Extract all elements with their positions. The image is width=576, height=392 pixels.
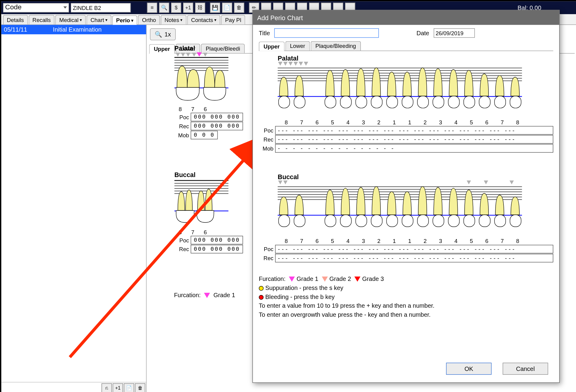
grade1-triangle-icon bbox=[204, 293, 210, 298]
svg-rect-17 bbox=[294, 215, 305, 227]
poc-label: Poc bbox=[175, 237, 189, 243]
svg-rect-8 bbox=[402, 96, 413, 108]
svg-rect-27 bbox=[464, 215, 475, 227]
toolbar-btn-save[interactable]: 💾 bbox=[210, 3, 220, 13]
poc-values[interactable]: 000 000 000 bbox=[191, 113, 243, 121]
furc-marker-icon bbox=[203, 53, 207, 57]
svg-rect-10 bbox=[433, 96, 444, 108]
modal-subtab-upper[interactable]: Upper bbox=[259, 42, 284, 51]
split-icon: ⎌ bbox=[105, 385, 108, 390]
poc-values-buccal[interactable]: 000 000 000 bbox=[191, 236, 243, 244]
modal-poc-buccal[interactable]: --- --- --- --- --- --- --- --- --- --- … bbox=[275, 245, 553, 253]
ok-button[interactable]: OK bbox=[446, 363, 491, 375]
rec-values-buccal[interactable]: 000 000 000 bbox=[191, 245, 243, 253]
svg-rect-20 bbox=[356, 215, 367, 227]
svg-rect-13 bbox=[479, 96, 490, 108]
toolbar-btn-link[interactable]: ⛓ bbox=[195, 3, 205, 13]
furc-marker-icon bbox=[176, 53, 180, 57]
modal-rec-palatal[interactable]: --- --- --- --- --- --- --- --- --- --- … bbox=[275, 135, 553, 144]
tab-notes[interactable]: Notes▾ bbox=[161, 15, 186, 24]
subtab-upper[interactable]: Upper bbox=[149, 44, 175, 54]
rec-label: Rec bbox=[175, 123, 189, 129]
tab-pay[interactable]: Pay Pl bbox=[221, 15, 245, 24]
modal-buccal-heading: Buccal bbox=[278, 173, 553, 180]
svg-rect-2 bbox=[294, 96, 305, 108]
svg-rect-19 bbox=[340, 215, 351, 227]
tab-medical[interactable]: Medical▾ bbox=[55, 15, 86, 24]
svg-rect-30 bbox=[510, 215, 521, 227]
chevron-down-icon: ▾ bbox=[131, 18, 133, 23]
list-icon: ≡ bbox=[151, 5, 154, 11]
modal-subtab-plaque[interactable]: Plaque/Bleeding bbox=[311, 41, 361, 51]
furc-grade1-icon bbox=[197, 52, 202, 57]
buccal-heading: Buccal bbox=[175, 171, 258, 178]
tab-details[interactable]: Details bbox=[3, 15, 28, 24]
add-perio-chart-dialog: Add Perio Chart Title Date Upper Lower P… bbox=[252, 10, 560, 383]
tab-chart[interactable]: Chart▾ bbox=[87, 15, 111, 24]
tab-recalls[interactable]: Recalls bbox=[29, 15, 54, 24]
zoom-control[interactable]: 🔍 1x bbox=[150, 28, 175, 40]
mob-label: Mob bbox=[175, 132, 189, 138]
tab-perio[interactable]: Perio▾ bbox=[112, 15, 137, 25]
modal-poc-palatal[interactable]: --- --- --- --- --- --- --- --- --- --- … bbox=[275, 126, 553, 135]
svg-rect-23 bbox=[402, 215, 413, 227]
help-text-1: To enter a value from 10 to 19 press the… bbox=[259, 301, 553, 310]
chevron-down-icon bbox=[63, 6, 67, 8]
modal-palatal-heading: Palatal bbox=[278, 54, 553, 62]
exam-date: 05/11/11 bbox=[4, 26, 27, 33]
svg-rect-12 bbox=[464, 96, 475, 108]
trash-icon: 🗑 bbox=[237, 5, 242, 11]
tab-contacts[interactable]: Contacts▾ bbox=[187, 15, 220, 24]
svg-rect-16 bbox=[279, 215, 290, 227]
svg-rect-18 bbox=[325, 215, 336, 227]
search-icon: 🔍 bbox=[161, 5, 167, 11]
svg-rect-1 bbox=[279, 96, 290, 108]
toolbar-btn-delete[interactable]: 🗑 bbox=[234, 3, 244, 13]
patient-name-input[interactable] bbox=[71, 3, 131, 12]
bottom-btn-copy[interactable]: 📄 bbox=[124, 383, 134, 392]
rec-values[interactable]: 000 000 000 bbox=[191, 122, 243, 130]
tooth-numbers: 8765432112345678 bbox=[278, 119, 553, 126]
svg-rect-9 bbox=[417, 96, 429, 108]
modal-subtab-lower[interactable]: Lower bbox=[285, 41, 310, 51]
palatal-teeth-chart bbox=[278, 63, 522, 118]
cancel-button[interactable]: Cancel bbox=[503, 363, 548, 375]
dollar-icon: $ bbox=[175, 5, 178, 11]
palatal-heading: Palatal bbox=[175, 45, 258, 52]
bottom-btn-plusone[interactable]: +1 bbox=[113, 383, 123, 392]
code-dropdown[interactable]: Code bbox=[3, 3, 69, 12]
grade3-triangle-icon bbox=[355, 277, 361, 282]
svg-rect-5 bbox=[356, 96, 367, 108]
date-input[interactable] bbox=[433, 28, 475, 38]
chevron-down-icon: ▾ bbox=[105, 17, 107, 22]
toolbar-btn-copy[interactable]: 📄 bbox=[222, 3, 232, 13]
code-dropdown-label: Code bbox=[5, 3, 21, 11]
help-text-2: To enter an overgrowth value press the -… bbox=[259, 310, 553, 319]
svg-rect-3 bbox=[325, 96, 336, 108]
modal-mob-palatal[interactable]: - - - - - - - - - - - - - - - - bbox=[275, 144, 553, 152]
svg-rect-21 bbox=[371, 215, 382, 227]
svg-rect-25 bbox=[433, 215, 444, 227]
tab-ortho[interactable]: Ortho bbox=[138, 15, 160, 24]
exam-list-item[interactable]: 05/11/11 Initial Examination bbox=[1, 25, 146, 34]
plus-one-icon: +1 bbox=[185, 5, 191, 11]
grade1-triangle-icon bbox=[289, 277, 295, 282]
toolbar-btn-list[interactable]: ≡ bbox=[147, 3, 157, 13]
copy-icon: 📄 bbox=[224, 5, 230, 11]
svg-rect-11 bbox=[448, 96, 460, 108]
modal-mob-label: Mob bbox=[259, 145, 273, 151]
toolbar-btn-dollar[interactable]: $ bbox=[171, 3, 181, 13]
toolbar-btn-search[interactable]: 🔍 bbox=[159, 3, 169, 13]
chevron-down-icon: ▾ bbox=[214, 17, 216, 22]
bottom-btn-delete[interactable]: 🗑 bbox=[135, 383, 145, 392]
furcation-label: Furcation: bbox=[259, 275, 286, 282]
svg-rect-24 bbox=[417, 215, 429, 227]
svg-rect-7 bbox=[386, 96, 398, 108]
bottom-btn-split[interactable]: ⎌ bbox=[101, 383, 112, 392]
modal-rec-buccal[interactable]: --- --- --- --- --- --- --- --- --- --- … bbox=[275, 254, 553, 262]
grade2-triangle-icon bbox=[322, 277, 328, 282]
zoom-level: 1x bbox=[165, 31, 171, 38]
mob-values[interactable]: 0 0 0 bbox=[191, 131, 218, 139]
toolbar-btn-plusone[interactable]: +1 bbox=[183, 3, 193, 13]
title-input[interactable] bbox=[274, 28, 379, 38]
